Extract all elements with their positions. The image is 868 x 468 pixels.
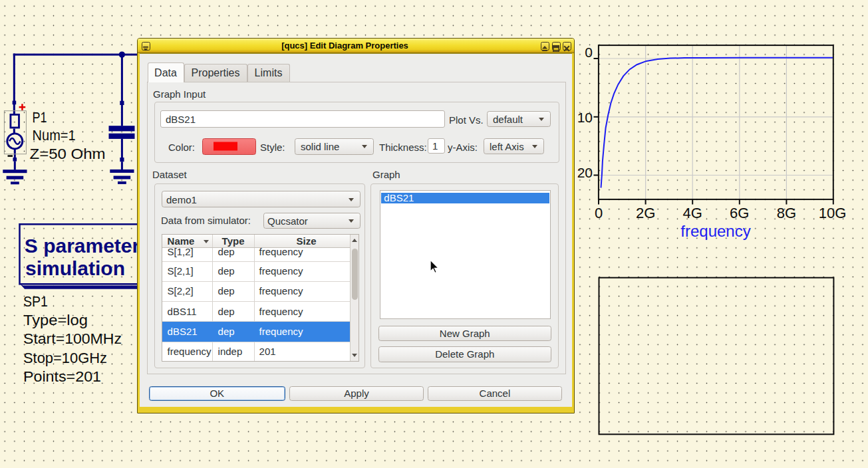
svg-text:S parameter: S parameter (25, 235, 140, 257)
svg-text:4G: 4G (683, 205, 702, 221)
svg-text:10: 10 (577, 110, 593, 125)
svg-text:Num=1: Num=1 (33, 127, 76, 144)
svg-text:2G: 2G (636, 205, 655, 221)
svg-text:P1: P1 (33, 109, 47, 126)
svg-text:10G: 10G (819, 205, 847, 221)
svg-text:simulation: simulation (25, 257, 125, 279)
svg-text:Stop=10GHz: Stop=10GHz (23, 350, 107, 366)
svg-text:6G: 6G (730, 205, 749, 221)
svg-text:0: 0 (595, 205, 603, 221)
svg-text:Z=50 Ohm: Z=50 Ohm (30, 146, 106, 162)
svg-text:Start=100MHz: Start=100MHz (23, 330, 122, 347)
svg-text:SP1: SP1 (23, 293, 48, 310)
svg-text:8G: 8G (777, 205, 796, 221)
svg-text:20: 20 (577, 165, 593, 180)
svg-text:frequency: frequency (680, 222, 750, 240)
svg-text:Points=201: Points=201 (23, 368, 101, 385)
svg-text:0: 0 (585, 45, 593, 60)
svg-text:Type=log: Type=log (23, 312, 88, 328)
